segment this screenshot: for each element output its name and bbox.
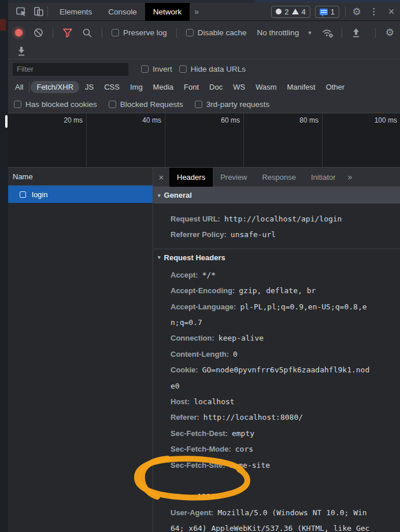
inspect-element-icon[interactable] [13,4,30,19]
header-row[interactable]: Accept-Encoding:gzip, deflate, br [171,283,370,298]
checkbox-icon[interactable] [179,65,187,73]
type-filter-font[interactable]: Font [179,81,203,93]
device-toolbar-icon[interactable] [30,4,47,19]
header-row[interactable]: User-Agent:Mozilla/5.0 (Windows NT 10.0;… [171,505,370,532]
type-filter-manifest[interactable]: Manifest [282,81,320,93]
divider [345,6,346,17]
filter-input[interactable] [13,63,128,76]
header-row[interactable]: Sec-Fetch-Site:same-site [171,457,370,473]
search-icon[interactable] [79,25,96,40]
checkbox-icon[interactable] [186,29,194,36]
request-headers-section-header[interactable]: ▾ Request Headers [153,249,400,266]
third-party-requests-checkbox[interactable]: 3rd-party requests [191,100,273,109]
request-doc-icon [20,191,26,198]
close-detail-icon[interactable]: × [153,172,169,182]
tab-initiator[interactable]: Initiator [303,168,343,187]
header-row[interactable]: Referer:http://localhost:8080/ [171,409,370,425]
kebab-menu-icon[interactable]: ⋮ [365,4,383,19]
general-section: Request URL:http://localhost/api/login R… [153,204,387,249]
timeline-tick: 40 ms [87,113,165,167]
throttling-select[interactable]: No throttling ▼ [253,28,317,37]
type-filter-js[interactable]: JS [80,81,98,93]
issues-count: 1 [331,8,335,16]
export-har-icon[interactable] [347,25,365,40]
checkbox-icon[interactable] [195,101,202,108]
type-filter-fetch-xhr[interactable]: Fetch/XHR [31,81,79,93]
checkbox-icon[interactable] [109,101,116,108]
type-filter-doc[interactable]: Doc [205,81,227,93]
header-row[interactable]: Host:localhost [171,394,370,409]
header-row[interactable]: Sec-Fetch-Dest:empty [171,426,370,441]
record-network-log-button[interactable] [15,29,23,36]
header-row[interactable]: Referrer Policy:unsafe-url [171,227,387,242]
checkbox-icon[interactable] [141,65,149,73]
network-conditions-icon[interactable] [319,25,336,40]
tab-network[interactable]: Network [145,3,190,21]
chevron-expanded-icon: ▾ [158,254,161,260]
tab-response[interactable]: Response [254,168,303,187]
header-row[interactable]: Content-Length:0 [171,346,370,362]
request-headers-section: Accept:*/* Accept-Encoding:gzip, deflate… [153,266,370,532]
timeline-tick: 20 ms [8,113,87,167]
type-filter-other[interactable]: Other [321,81,350,93]
divider [176,28,177,38]
type-filter-img[interactable]: Img [125,81,147,93]
page-scrollbar-thumb[interactable] [5,115,8,128]
more-detail-tabs-icon[interactable]: » [343,172,357,182]
more-panels-icon[interactable]: » [190,7,203,16]
console-errors-warnings-badge[interactable]: 2 4 [271,6,310,18]
type-filter-css[interactable]: CSS [99,81,124,93]
type-filter-all[interactable]: All [10,81,28,93]
has-blocked-cookies-checkbox[interactable]: Has blocked cookies [10,100,101,109]
header-row[interactable]: Request URL:http://localhost/api/login [171,211,387,227]
blocked-requests-checkbox[interactable]: Blocked Requests [105,100,187,109]
hide-data-urls-checkbox[interactable]: Hide data URLs [176,65,249,73]
type-filter-media[interactable]: Media [149,81,178,93]
filter-row: Invert Hide data URLs [8,60,400,78]
header-row[interactable]: Cookie:GO=node0pyvnfrr6v5pfk6zaadahfl9k1… [171,362,370,394]
type-filter-wasm[interactable]: Wasm [251,81,281,93]
tab-elements[interactable]: Elements [51,3,100,21]
resource-type-filterbar: All Fetch/XHR JS CSS Img Media Font Doc … [8,78,400,96]
timeline-tick: 100 ms [323,113,400,167]
request-detail-tabbar: × Headers Preview Response Initiator » [153,168,400,187]
tab-headers[interactable]: Headers [169,168,213,187]
tab-console[interactable]: Console [100,3,145,21]
network-toolbar-row2 [8,44,400,60]
error-count: 2 [284,8,288,16]
settings-gear-icon[interactable]: ⚙ [348,4,365,19]
divider [47,6,48,17]
network-settings-gear-icon[interactable]: ⚙ [381,25,398,40]
timeline-tick: 80 ms [244,113,323,167]
header-row[interactable]: Accept-Language:pl-PL,pl;q=0.9,en-US;q=0… [171,299,370,331]
close-devtools-icon[interactable]: × [383,4,400,19]
divider [375,28,376,38]
clear-network-log-icon[interactable] [29,25,47,40]
issues-badge[interactable]: 1 [315,6,339,18]
chevron-expanded-icon: ▾ [158,193,161,198]
filter-funnel-icon[interactable] [59,25,76,40]
general-section-header[interactable]: ▾ General [153,187,400,204]
invert-checkbox[interactable]: Invert [138,65,176,73]
header-row[interactable]: Connection:keep-alive [171,330,370,346]
request-filter-row: Has blocked cookies Blocked Requests 3rd… [8,96,400,113]
disable-cache-checkbox[interactable]: Disable cache [183,28,250,37]
tab-preview[interactable]: Preview [213,168,254,187]
name-column-header[interactable]: Name [8,168,153,186]
page-edge-strip [0,0,8,532]
type-filter-ws[interactable]: WS [228,81,250,93]
devtools-window: Elements Console Network » 2 4 1 ⚙ ⋮ × [8,3,400,532]
preserve-log-checkbox[interactable]: Preserve log [108,28,171,37]
divider [342,28,342,38]
import-har-icon[interactable] [13,44,30,59]
checkbox-icon[interactable] [14,101,21,108]
devtools-tabbar: Elements Console Network » 2 4 1 ⚙ ⋮ × [8,3,400,21]
header-row-token[interactable]: token:12345 [171,489,370,504]
header-row[interactable]: Sec-Fetch-Mode:cors [171,441,370,457]
error-circle-icon [276,9,282,14]
header-row[interactable]: Accept:*/* [171,267,370,283]
checkbox-icon[interactable] [112,29,119,36]
timeline-tick: 60 ms [165,113,244,167]
network-overview-timeline[interactable]: 20 ms 40 ms 60 ms 80 ms 100 ms [8,113,400,168]
request-row-login[interactable]: login [8,186,153,203]
